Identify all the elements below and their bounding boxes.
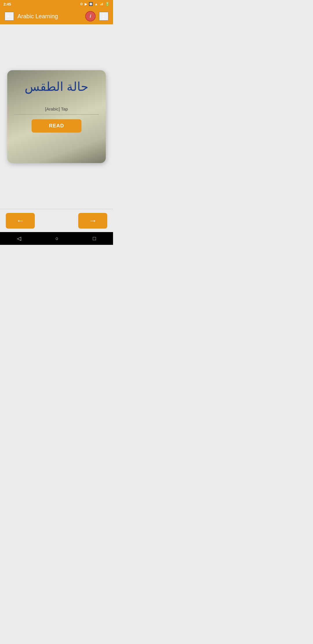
system-nav-bar: ◁ ○ □ (0, 232, 113, 245)
back-arrow-icon: ← (6, 12, 12, 20)
card-divider (14, 114, 99, 115)
read-button[interactable]: READ (32, 119, 81, 133)
info-icon: i (90, 14, 91, 19)
system-back-button[interactable]: ◁ (17, 235, 21, 242)
back-button[interactable]: ← (5, 12, 14, 21)
sim-icon: 🔲 (89, 2, 93, 6)
arabic-text: حالة الطقس (25, 79, 89, 95)
more-icon: ⋮ (101, 12, 107, 20)
prev-button[interactable]: ← (6, 213, 35, 229)
tap-hint: [Arabic] Tap (45, 106, 68, 111)
flashcard[interactable]: حالة الطقس [Arabic] Tap READ (7, 70, 106, 163)
main-content: حالة الطقس [Arabic] Tap READ (0, 24, 113, 209)
system-recents-button[interactable]: □ (93, 236, 96, 242)
settings-icon: ⚙ (80, 2, 83, 6)
wifi-icon: ▲ (94, 2, 98, 6)
status-time: 2:45 (3, 2, 11, 6)
play-icon: ▶ (85, 2, 87, 6)
app-bar-title: Arabic Learning (17, 13, 82, 20)
system-home-button[interactable]: ○ (55, 236, 59, 242)
battery-icon: 🔋 (105, 2, 110, 6)
status-bar: 2:45 ⚙ ▶ 🔲 ▲ 📶 🔋 (0, 0, 113, 8)
next-button[interactable]: → (78, 213, 107, 229)
next-arrow-icon: → (89, 216, 97, 225)
info-button[interactable]: i (85, 11, 96, 21)
more-options-button[interactable]: ⋮ (99, 12, 108, 21)
bottom-nav: ← → (0, 209, 113, 232)
status-icons: ⚙ ▶ 🔲 ▲ 📶 🔋 (80, 2, 110, 6)
prev-arrow-icon: ← (16, 216, 24, 225)
app-bar: ← Arabic Learning i ⋮ (0, 8, 113, 24)
signal-icon: 📶 (99, 2, 104, 6)
